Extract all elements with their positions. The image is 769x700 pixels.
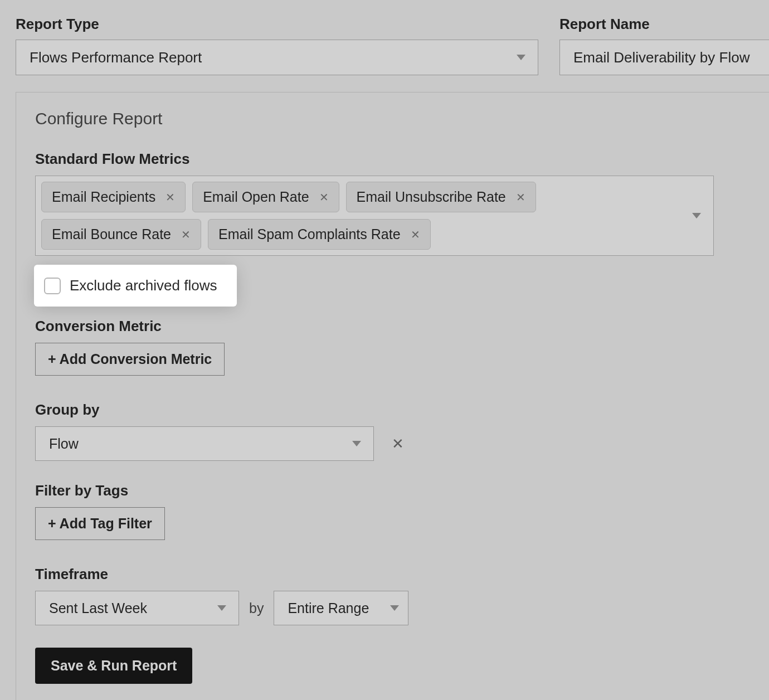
metric-chip: Email Spam Complaints Rate ✕ bbox=[208, 219, 431, 250]
metrics-multiselect[interactable]: Email Recipients ✕ Email Open Rate ✕ Ema… bbox=[35, 176, 714, 256]
timeframe-range-value: Entire Range bbox=[288, 600, 369, 616]
group-by-value: Flow bbox=[49, 436, 79, 452]
filter-by-tags-label: Filter by Tags bbox=[35, 482, 769, 499]
metric-chip-label: Email Open Rate bbox=[203, 189, 309, 205]
metric-chip: Email Open Rate ✕ bbox=[192, 182, 339, 212]
report-type-select[interactable]: Flows Performance Report bbox=[16, 40, 538, 75]
chevron-down-icon bbox=[517, 55, 525, 60]
chevron-down-icon bbox=[390, 605, 399, 611]
exclude-archived-label: Exclude archived flows bbox=[70, 277, 217, 294]
timeframe-by-label: by bbox=[249, 600, 264, 616]
chevron-down-icon bbox=[217, 605, 226, 611]
metric-chip-label: Email Spam Complaints Rate bbox=[218, 226, 401, 242]
close-icon[interactable]: ✕ bbox=[166, 192, 175, 203]
timeframe-label: Timeframe bbox=[35, 566, 769, 583]
close-icon[interactable]: ✕ bbox=[516, 192, 525, 203]
close-icon[interactable]: ✕ bbox=[411, 229, 420, 240]
timeframe-value: Sent Last Week bbox=[49, 600, 147, 616]
group-by-label: Group by bbox=[35, 401, 769, 419]
metrics-label: Standard Flow Metrics bbox=[35, 150, 769, 168]
metric-chip-label: Email Bounce Rate bbox=[52, 226, 171, 242]
exclude-archived-checkbox[interactable] bbox=[44, 278, 61, 294]
chevron-down-icon bbox=[352, 441, 361, 446]
exclude-archived-row: Exclude archived flows bbox=[35, 266, 236, 305]
save-run-report-button[interactable]: Save & Run Report bbox=[35, 648, 192, 684]
remove-group-by-icon[interactable]: ✕ bbox=[392, 435, 404, 453]
report-type-label: Report Type bbox=[16, 16, 538, 33]
close-icon[interactable]: ✕ bbox=[181, 229, 191, 240]
conversion-metric-label: Conversion Metric bbox=[35, 318, 769, 335]
close-icon[interactable]: ✕ bbox=[319, 192, 329, 203]
chevron-down-icon bbox=[692, 213, 701, 218]
report-name-label: Report Name bbox=[559, 16, 769, 33]
metric-chip-label: Email Recipients bbox=[52, 189, 155, 205]
add-conversion-metric-button[interactable]: + Add Conversion Metric bbox=[35, 343, 225, 376]
configure-report-panel: Configure Report Standard Flow Metrics E… bbox=[16, 92, 769, 700]
metric-chip-label: Email Unsubscribe Rate bbox=[357, 189, 506, 205]
report-type-value: Flows Performance Report bbox=[30, 49, 202, 66]
add-tag-filter-button[interactable]: + Add Tag Filter bbox=[35, 507, 165, 540]
panel-title: Configure Report bbox=[35, 109, 769, 128]
timeframe-range-select[interactable]: Entire Range bbox=[274, 591, 408, 625]
timeframe-select[interactable]: Sent Last Week bbox=[35, 591, 239, 625]
metric-chip: Email Bounce Rate ✕ bbox=[41, 219, 201, 250]
metric-chip: Email Unsubscribe Rate ✕ bbox=[346, 182, 536, 212]
metric-chip: Email Recipients ✕ bbox=[41, 182, 186, 212]
group-by-select[interactable]: Flow bbox=[35, 426, 374, 461]
report-name-input[interactable] bbox=[559, 40, 769, 75]
